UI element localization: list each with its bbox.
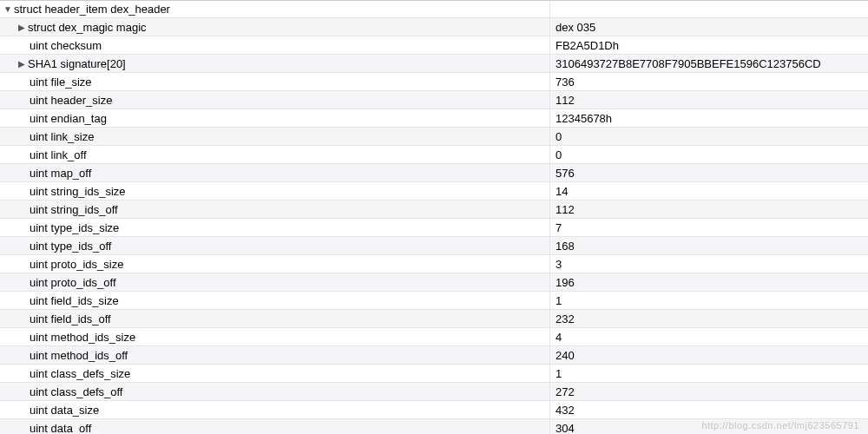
tree-cell-name: uint link_size xyxy=(0,128,550,145)
tree-cell-name: uint method_ids_off xyxy=(0,346,550,364)
tree-cell-name: uint proto_ids_off xyxy=(0,273,550,291)
tree-cell-name: uint class_defs_off xyxy=(0,383,550,400)
tree-row[interactable]: uint class_defs_off272 xyxy=(0,383,868,401)
field-name: struct dex_magic magic xyxy=(28,21,147,34)
field-value: 12345678h xyxy=(550,112,868,125)
field-name: uint type_ids_off xyxy=(30,240,111,253)
tree-cell-name: uint type_ids_off xyxy=(0,237,550,254)
field-name: uint data_off xyxy=(30,422,91,435)
chevron-down-icon[interactable]: ▼ xyxy=(3,4,12,14)
tree-row[interactable]: uint string_ids_size14 xyxy=(0,182,868,201)
field-value: 240 xyxy=(550,349,868,362)
field-name: uint link_off xyxy=(30,148,87,161)
field-value: 0 xyxy=(550,130,868,143)
tree-row[interactable]: uint type_ids_off168 xyxy=(0,237,868,255)
field-value: 232 xyxy=(550,312,868,326)
tree-cell-name: uint map_off xyxy=(0,164,550,181)
field-name: struct header_item dex_header xyxy=(14,3,170,16)
field-name: uint method_ids_size xyxy=(30,331,135,344)
tree-cell-name: uint string_ids_off xyxy=(0,201,550,218)
field-name: uint type_ids_size xyxy=(30,221,119,234)
tree-cell-name: uint class_defs_size xyxy=(0,365,550,382)
tree-row[interactable]: uint field_ids_off232 xyxy=(0,310,868,328)
field-value: 3106493727B8E7708F7905BBEFE1596C123756CD xyxy=(550,57,868,70)
tree-cell-name: uint string_ids_size xyxy=(0,182,550,200)
field-value: 736 xyxy=(550,76,868,89)
field-name: uint file_size xyxy=(30,76,92,89)
tree-cell-name: uint checksum xyxy=(0,36,550,54)
chevron-right-icon[interactable]: ▶ xyxy=(17,59,26,69)
tree-row[interactable]: uint string_ids_off112 xyxy=(0,201,868,219)
field-name: uint checksum xyxy=(30,39,102,52)
field-value: 3 xyxy=(550,258,868,271)
field-name: uint link_size xyxy=(30,130,94,143)
field-value: 1 xyxy=(550,367,868,380)
field-name: uint string_ids_off xyxy=(30,203,118,216)
tree-cell-name: uint type_ids_size xyxy=(0,219,550,236)
tree-row-root[interactable]: ▼ struct header_item dex_header xyxy=(0,0,868,18)
field-value: 196 xyxy=(550,276,868,289)
field-name: uint proto_ids_off xyxy=(30,276,116,289)
tree-row[interactable]: uint endian_tag12345678h xyxy=(0,109,868,128)
tree-row[interactable]: uint data_size432 xyxy=(0,401,868,419)
field-name: uint endian_tag xyxy=(30,112,107,125)
field-value: dex 035 xyxy=(550,21,868,34)
tree-cell-name: uint field_ids_size xyxy=(0,292,550,309)
field-name: uint string_ids_size xyxy=(30,185,126,198)
field-name: SHA1 signature[20] xyxy=(28,57,126,70)
tree-cell-name: ▶SHA1 signature[20] xyxy=(0,55,550,72)
tree-row[interactable]: uint checksumFB2A5D1Dh xyxy=(0,36,868,55)
tree-row[interactable]: uint map_off576 xyxy=(0,164,868,182)
tree-cell-name: uint method_ids_size xyxy=(0,328,550,345)
tree-row[interactable]: ▶struct dex_magic magicdex 035 xyxy=(0,18,868,36)
field-name: uint method_ids_off xyxy=(30,349,128,362)
struct-tree-table: ▼ struct header_item dex_header ▶struct … xyxy=(0,0,868,434)
field-name: uint map_off xyxy=(30,167,91,180)
field-value: 112 xyxy=(550,94,868,107)
tree-row[interactable]: uint field_ids_size1 xyxy=(0,292,868,310)
field-value: 14 xyxy=(550,185,868,198)
field-value: 112 xyxy=(550,203,868,216)
chevron-right-icon[interactable]: ▶ xyxy=(17,23,26,32)
tree-row[interactable]: uint method_ids_off240 xyxy=(0,346,868,365)
field-value: FB2A5D1Dh xyxy=(550,39,868,52)
tree-row[interactable]: uint file_size736 xyxy=(0,73,868,91)
tree-cell-name: uint file_size xyxy=(0,73,550,90)
tree-cell-name: uint proto_ids_size xyxy=(0,255,550,273)
tree-cell-name: uint header_size xyxy=(0,91,550,108)
field-value: 4 xyxy=(550,331,868,344)
tree-row[interactable]: uint class_defs_size1 xyxy=(0,365,868,383)
field-name: uint field_ids_off xyxy=(30,312,111,326)
tree-cell-name: ▼ struct header_item dex_header xyxy=(0,1,550,17)
field-value: 576 xyxy=(550,167,868,180)
tree-cell-name: uint data_size xyxy=(0,401,550,418)
field-name: uint data_size xyxy=(30,404,99,417)
field-name: uint field_ids_size xyxy=(30,294,119,307)
tree-row[interactable]: uint proto_ids_off196 xyxy=(0,273,868,292)
tree-row[interactable]: uint header_size112 xyxy=(0,91,868,109)
watermark-text: http://blog.csdn.net/lmj623565791 xyxy=(701,420,859,431)
field-value: 432 xyxy=(550,404,868,417)
field-name: uint proto_ids_size xyxy=(30,258,123,271)
field-name: uint class_defs_off xyxy=(30,385,122,398)
tree-cell-name: uint field_ids_off xyxy=(0,310,550,327)
tree-cell-name: uint endian_tag xyxy=(0,109,550,127)
tree-row[interactable]: uint link_off0 xyxy=(0,146,868,164)
field-value: 168 xyxy=(550,240,868,253)
field-value: 272 xyxy=(550,385,868,398)
tree-row[interactable]: uint link_size0 xyxy=(0,128,868,146)
tree-cell-name: uint data_off xyxy=(0,419,550,434)
field-value: 0 xyxy=(550,148,868,161)
tree-cell-name: ▶struct dex_magic magic xyxy=(0,18,550,36)
tree-cell-name: uint link_off xyxy=(0,146,550,163)
field-value: 7 xyxy=(550,221,868,234)
field-name: uint header_size xyxy=(30,94,112,107)
tree-row[interactable]: uint method_ids_size4 xyxy=(0,328,868,346)
field-value: 1 xyxy=(550,294,868,307)
tree-row[interactable]: uint type_ids_size7 xyxy=(0,219,868,237)
field-name: uint class_defs_size xyxy=(30,367,130,380)
tree-row[interactable]: ▶SHA1 signature[20]3106493727B8E7708F790… xyxy=(0,55,868,73)
tree-row[interactable]: uint proto_ids_size3 xyxy=(0,255,868,273)
